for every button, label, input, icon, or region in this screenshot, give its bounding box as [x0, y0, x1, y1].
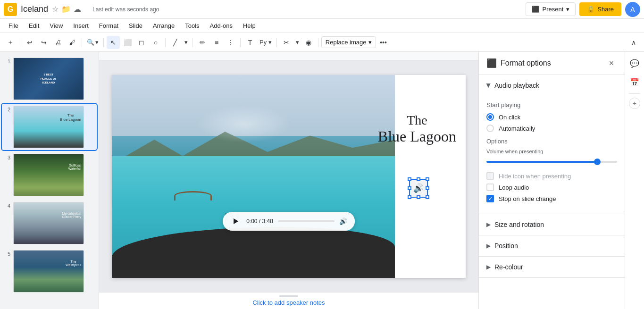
handle-bottom-mid[interactable] — [417, 195, 420, 199]
zoom-dropdown[interactable]: 🔍 ▾ — [85, 38, 100, 47]
menu-edit[interactable]: Edit — [24, 20, 44, 31]
on-click-radio[interactable] — [486, 113, 494, 121]
chat-icon-btn[interactable]: 💬 — [627, 56, 642, 71]
menu-file[interactable]: File — [4, 20, 23, 31]
print-button[interactable]: 🖨 — [51, 36, 65, 49]
format-options-header: ⬛ Format options × — [479, 52, 625, 75]
replace-image-label: Replace image — [326, 39, 367, 46]
slide-thumb-1[interactable]: 1 5 BESTPLACES OFICELAND — [2, 56, 97, 102]
recolour-header[interactable]: ▶ Re-colour — [479, 257, 625, 277]
add-button[interactable]: ＋ — [4, 36, 17, 49]
cloud-icon[interactable]: ☁ — [74, 5, 81, 14]
line-dropdown[interactable]: ▾ — [183, 38, 190, 47]
select-tool[interactable]: ⬜ — [121, 36, 134, 49]
user-avatar[interactable]: A — [625, 2, 640, 17]
on-click-option[interactable]: On click — [486, 113, 617, 121]
menu-addons[interactable]: Add-ons — [205, 20, 237, 31]
slide-preview-1: 5 BESTPLACES OFICELAND — [13, 58, 84, 100]
start-playing-label: Start playing — [486, 101, 617, 109]
menu-tools[interactable]: Tools — [180, 20, 204, 31]
mask-tool[interactable]: ◉ — [302, 36, 315, 49]
menu-arrange[interactable]: Arrange — [148, 20, 179, 31]
undo-button[interactable]: ↩ — [23, 36, 36, 49]
paint-format-button[interactable]: 🖌 — [66, 36, 79, 49]
speaker-notes-placeholder[interactable]: Click to add speaker notes — [252, 299, 325, 306]
crop-dropdown[interactable]: ▾ — [294, 38, 301, 47]
stop-on-change-option[interactable]: Stop on slide change — [486, 195, 617, 202]
pen-tool[interactable]: ✏ — [196, 36, 209, 49]
side-divider — [629, 93, 640, 94]
document-title[interactable]: Iceland — [21, 4, 48, 14]
automatically-option[interactable]: Automatically — [486, 125, 617, 132]
handle-bottom-left[interactable] — [408, 195, 411, 199]
text-dropdown[interactable]: Py ▾ — [258, 38, 274, 47]
present-button[interactable]: ⬛ Present ▾ — [526, 2, 576, 16]
volume-section: Volume when presenting — [486, 149, 617, 167]
collapse-button[interactable]: ∧ — [627, 36, 640, 49]
menu-insert[interactable]: Insert — [68, 20, 93, 31]
automatically-radio[interactable] — [486, 125, 494, 132]
add-side-button[interactable]: + — [629, 98, 640, 109]
loop-audio-checkbox[interactable] — [486, 184, 494, 191]
slide-thumb-2[interactable]: 2 The Blue Lagoon — [2, 104, 97, 150]
star-icon[interactable]: ☆ — [52, 5, 59, 14]
menu-view[interactable]: View — [45, 20, 67, 31]
volume-slider-container[interactable] — [486, 157, 617, 167]
slide-thumb-5[interactable]: 5 The Westfjords — [2, 248, 97, 294]
shape-tool[interactable]: ◻ — [135, 36, 148, 49]
size-rotation-section: ▶ Size and rotation — [479, 214, 625, 235]
play-button[interactable] — [230, 216, 242, 227]
share-button[interactable]: 🔒 Share — [579, 2, 621, 16]
slide-thumb-3[interactable]: 3 Gullfoss Waterfall — [2, 152, 97, 198]
more-options-button[interactable]: ••• — [377, 36, 390, 49]
notes-handle[interactable] — [279, 295, 298, 297]
audio-icon-container[interactable]: 🔊 — [409, 179, 428, 198]
folder-icon[interactable]: 📁 — [61, 5, 71, 14]
align-center-tool[interactable]: ⋮ — [224, 36, 237, 49]
cursor-tool[interactable]: ↖ — [107, 36, 120, 49]
hide-icon-checkbox[interactable] — [486, 172, 494, 180]
volume-thumb[interactable] — [594, 159, 601, 165]
handle-top-mid[interactable] — [417, 177, 420, 181]
menu-format[interactable]: Format — [94, 20, 123, 31]
speaker-notes-area[interactable]: Click to add speaker notes — [99, 292, 478, 309]
handle-top-right[interactable] — [426, 177, 429, 181]
position-header[interactable]: ▶ Position — [479, 235, 625, 256]
calendar-icon-btn[interactable]: 📅 — [627, 75, 642, 90]
title-icons: ☆ 📁 ☁ — [52, 5, 81, 14]
stop-on-change-checkbox[interactable] — [486, 195, 494, 202]
circle-tool[interactable]: ○ — [149, 36, 162, 49]
replace-image-button[interactable]: Replace image ▾ — [321, 36, 376, 48]
text-tool[interactable]: T — [243, 36, 257, 49]
handle-mid-right[interactable] — [426, 186, 429, 190]
steam — [197, 105, 291, 143]
audio-player[interactable]: 0:00 / 3:48 🔊 — [223, 212, 355, 231]
redo-button[interactable]: ↪ — [37, 36, 50, 49]
audio-progress-bar[interactable] — [278, 220, 335, 222]
handle-bottom-right[interactable] — [426, 195, 429, 199]
slide-thumb-4[interactable]: 4 Myrdalsjokull Glacier Ferry — [2, 200, 97, 246]
size-rotation-header[interactable]: ▶ Size and rotation — [479, 214, 625, 235]
volume-track[interactable] — [486, 161, 617, 163]
slide[interactable]: The Blue Lagoon 0:00 / 3:48 🔊 — [112, 75, 466, 278]
handle-top-left[interactable] — [408, 177, 411, 181]
hide-icon-option[interactable]: Hide icon when presenting — [486, 172, 617, 180]
slide-preview-3: Gullfoss Waterfall — [13, 154, 84, 196]
volume-icon[interactable]: 🔊 — [339, 217, 347, 225]
loop-audio-option[interactable]: Loop audio — [486, 184, 617, 191]
right-controls: ⬛ Present ▾ 🔒 Share A — [526, 2, 640, 17]
close-format-options-button[interactable]: × — [606, 58, 617, 69]
align-left-tool[interactable]: ≡ — [210, 36, 223, 49]
audio-playback-header[interactable]: ▶ Audio playback — [479, 75, 625, 96]
present-label: Present — [542, 6, 563, 13]
line-tool[interactable]: ╱ — [168, 36, 182, 49]
audio-playback-section: ▶ Audio playback Start playing On click … — [479, 75, 625, 214]
crop-tool[interactable]: ✂ — [280, 36, 293, 49]
audio-icon-box[interactable]: 🔊 — [409, 179, 428, 198]
toolbar: ＋ ↩ ↪ 🖨 🖌 🔍 ▾ ↖ ⬜ ◻ ○ ╱ ▾ ✏ ≡ ⋮ T Py ▾ ✂… — [0, 33, 644, 52]
menu-help[interactable]: Help — [238, 20, 260, 31]
slide-num-5: 5 — [4, 250, 10, 257]
handle-mid-left[interactable] — [408, 186, 411, 190]
menu-slide[interactable]: Slide — [124, 20, 147, 31]
lock-icon: 🔒 — [587, 6, 594, 13]
